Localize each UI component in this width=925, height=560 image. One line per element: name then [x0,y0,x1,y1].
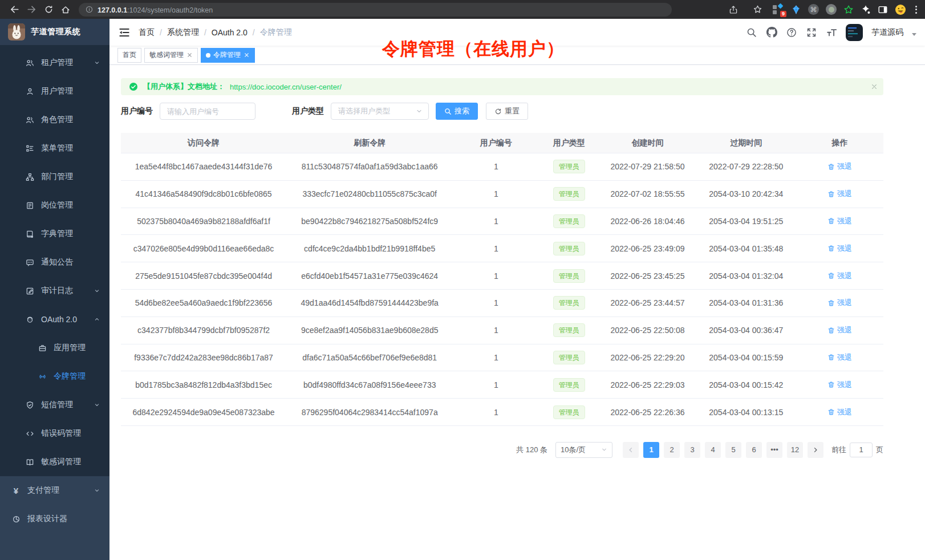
breadcrumb-oauth2[interactable]: OAuth 2.0 [212,28,248,37]
created-cell: 2022-06-25 22:29:20 [599,344,696,371]
share-icon[interactable] [725,2,742,17]
search-button[interactable]: 搜索 [436,103,478,120]
force-logout-button[interactable]: 强退 [827,325,852,335]
sidebar-item-tenant-management[interactable]: 租户管理 [0,48,109,77]
tab-sensitive-words[interactable]: 敏感词管理 [144,48,198,63]
browser-home-icon[interactable] [57,2,74,17]
breadcrumb-home[interactable]: 首页 [139,27,155,38]
force-logout-button[interactable]: 强退 [827,271,852,281]
breadcrumb-system[interactable]: 系统管理 [167,27,199,38]
sidebar-item-sms-management[interactable]: 短信管理 [0,391,109,419]
tab-token-management[interactable]: 令牌管理 [201,48,255,63]
browser-forward-icon[interactable] [23,2,40,17]
app-logo-bar[interactable]: 芋道管理系统 [0,19,109,45]
org-tree-icon [25,172,34,181]
address-bar[interactable]: 127.0.0.1:1024/system/oauth2/token [79,3,672,17]
white-burst-extension-icon[interactable] [861,5,871,15]
fullscreen-icon[interactable] [806,27,817,38]
sidebar-item-dept-management[interactable]: 部门管理 [0,163,109,191]
sidebar-item-user-management[interactable]: 用户管理 [0,77,109,105]
force-logout-button[interactable]: 强退 [827,244,852,254]
page-button-1[interactable]: 1 [643,442,659,458]
force-logout-button[interactable]: 强退 [827,352,852,363]
help-icon[interactable] [786,27,797,38]
sidebar-item-error-code[interactable]: 错误码管理 [0,419,109,448]
bookmark-star-icon[interactable] [749,2,766,17]
sidebar-item-oauth2[interactable]: OAuth 2.0 [0,305,109,334]
app-logo [8,23,25,40]
sidebar-item-pay-management[interactable]: ¥ 支付管理 [0,476,109,505]
force-logout-button[interactable]: 强退 [827,216,852,226]
access-token-cell: 275e5de9151045fe87cbdc395e004f4d [121,262,286,289]
prev-page-button[interactable] [623,442,639,458]
recorder-extension-icon[interactable] [826,4,837,15]
sidebar-item-oauth2-app[interactable]: 应用管理 [0,334,109,362]
menu-tree-icon [25,144,34,153]
trash-icon [827,163,835,171]
sidebar-collapse-icon[interactable] [118,26,131,39]
trash-icon [827,381,835,388]
profile-emoji-icon[interactable] [895,4,906,15]
page-button-5[interactable]: 5 [725,442,741,458]
chevron-down-icon [94,59,100,66]
code-icon [25,429,34,438]
filter-form: 用户编号 用户类型 请选择用户类型 搜索 重置 [121,102,883,120]
force-logout-button[interactable]: 强退 [827,407,852,417]
page-button-2[interactable]: 2 [664,442,680,458]
sidebar-item-notice[interactable]: 通知公告 [0,248,109,277]
force-logout-button[interactable]: 强退 [827,380,852,390]
chevron-down-icon [94,287,100,294]
created-cell: 2022-06-25 22:29:03 [599,371,696,398]
page-button-12[interactable]: 12 [787,442,803,458]
browser-menu-icon[interactable] [913,6,919,14]
caret-down-icon[interactable] [912,33,916,36]
font-size-icon[interactable] [826,27,837,38]
command-extension-icon[interactable]: ⌘ [808,4,819,15]
table-header-row: 访问令牌 刷新令牌 用户编号 用户类型 创建时间 过期时间 操作 [121,133,883,153]
gem-extension-icon[interactable] [791,5,801,15]
browser-reload-icon[interactable] [40,2,57,17]
close-icon[interactable] [186,52,193,58]
user-avatar[interactable] [846,24,863,41]
green-star-extension-icon[interactable] [843,5,854,15]
force-logout-button[interactable]: 强退 [827,298,852,308]
page-button-3[interactable]: 3 [684,442,700,458]
next-page-button[interactable] [808,442,823,458]
page-button-4[interactable]: 4 [705,442,721,458]
github-icon[interactable] [766,27,777,38]
force-logout-button[interactable]: 强退 [827,189,852,199]
user-type-tag: 管理员 [553,378,585,392]
pagination-total: 共 120 条 [516,445,547,455]
page-button-6[interactable]: 6 [746,442,762,458]
goto-page-input[interactable] [850,443,873,457]
url-path: :1024/system/oauth2/token [127,6,213,14]
user-id-cell: 1 [453,371,539,398]
user-id-input[interactable] [160,103,255,120]
site-info-icon[interactable] [86,6,93,13]
sidebar-item-sensitive-words[interactable]: 敏感词管理 [0,448,109,476]
announcement-icon [25,258,34,267]
browser-back-icon[interactable] [6,2,23,17]
sidebar-item-report-designer[interactable]: 报表设计器 [0,505,109,533]
doc-alert: 【用户体系】文档地址： https://doc.iocoder.cn/user-… [121,78,883,95]
force-logout-button[interactable]: 强退 [827,161,852,172]
alert-close-icon[interactable] [871,83,878,90]
dictionary-icon [25,229,34,238]
sidebar-item-audit-log[interactable]: 审计日志 [0,277,109,305]
tab-home[interactable]: 首页 [117,48,141,63]
sidebar-item-role-management[interactable]: 角色管理 [0,105,109,134]
reset-button[interactable]: 重置 [486,103,528,120]
user-type-select[interactable]: 请选择用户类型 [331,103,429,120]
adblock-extension-icon[interactable]: 9 [773,4,784,15]
close-icon[interactable] [244,52,250,58]
doc-link[interactable]: https://doc.iocoder.cn/user-center/ [230,83,342,91]
search-icon[interactable] [746,27,757,38]
side-panel-icon[interactable] [878,5,888,15]
sidebar-item-menu-management[interactable]: 菜单管理 [0,134,109,163]
username[interactable]: 芋道源码 [871,27,903,38]
page-size-select[interactable]: 10条/页 [555,442,612,458]
more-pages-button[interactable]: ••• [766,442,782,458]
sidebar-item-oauth2-token[interactable]: 令牌管理 [0,362,109,391]
sidebar-item-post-management[interactable]: 岗位管理 [0,191,109,220]
sidebar-item-dict-management[interactable]: 字典管理 [0,220,109,248]
